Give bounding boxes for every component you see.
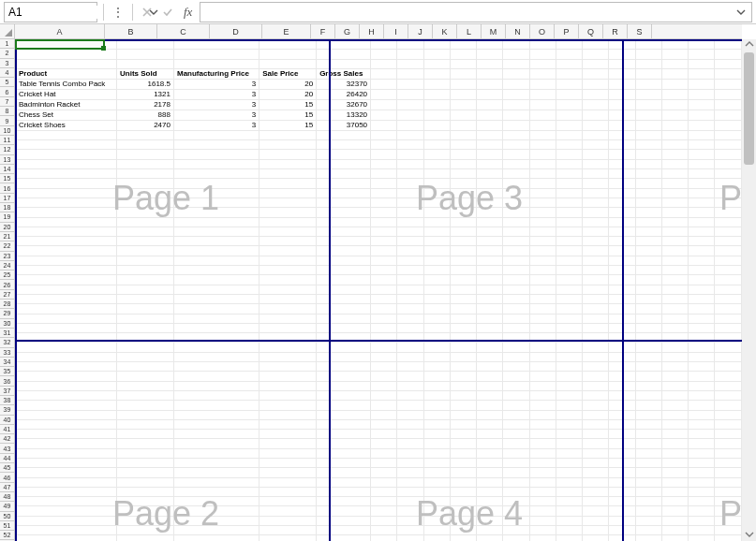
cell[interactable] bbox=[423, 506, 450, 516]
cell[interactable] bbox=[371, 266, 397, 275]
cell[interactable] bbox=[689, 130, 715, 139]
cell[interactable] bbox=[689, 430, 715, 439]
cell[interactable] bbox=[635, 343, 661, 352]
cell[interactable] bbox=[661, 217, 688, 227]
cell[interactable] bbox=[556, 130, 582, 139]
formula-expand-icon[interactable] bbox=[734, 3, 748, 22]
cell[interactable] bbox=[583, 237, 609, 246]
cell[interactable] bbox=[117, 266, 174, 275]
cell[interactable] bbox=[173, 237, 259, 246]
cell[interactable] bbox=[661, 304, 688, 314]
cell[interactable] bbox=[689, 197, 715, 207]
cell[interactable] bbox=[450, 401, 476, 410]
cell[interactable] bbox=[715, 448, 742, 458]
cell[interactable] bbox=[477, 40, 503, 50]
cell[interactable] bbox=[450, 343, 476, 352]
cell[interactable] bbox=[556, 304, 582, 314]
cell[interactable] bbox=[317, 40, 371, 50]
cell[interactable] bbox=[689, 59, 715, 68]
cell[interactable] bbox=[259, 468, 317, 477]
cell[interactable] bbox=[689, 294, 715, 303]
cell[interactable] bbox=[423, 159, 450, 168]
cell[interactable] bbox=[689, 516, 715, 525]
cell[interactable]: 37050 bbox=[317, 120, 371, 130]
cell[interactable] bbox=[397, 159, 423, 168]
cell[interactable] bbox=[371, 89, 397, 99]
cell[interactable] bbox=[173, 159, 259, 168]
cell[interactable] bbox=[477, 197, 503, 207]
row-header[interactable]: 23 bbox=[0, 252, 14, 261]
cell[interactable] bbox=[583, 516, 609, 525]
row-header[interactable]: 11 bbox=[0, 136, 14, 145]
cell[interactable] bbox=[16, 390, 117, 400]
cell[interactable] bbox=[503, 304, 529, 314]
cell[interactable] bbox=[397, 40, 423, 50]
cell[interactable] bbox=[529, 150, 556, 159]
cell[interactable] bbox=[317, 208, 371, 217]
cell[interactable] bbox=[423, 179, 450, 188]
cell[interactable] bbox=[117, 275, 174, 285]
cell[interactable] bbox=[259, 285, 317, 294]
row-header[interactable]: 16 bbox=[0, 183, 14, 193]
cell[interactable] bbox=[661, 390, 688, 400]
cell[interactable] bbox=[423, 314, 450, 323]
cell[interactable] bbox=[477, 506, 503, 516]
cell[interactable] bbox=[397, 526, 423, 535]
cell[interactable] bbox=[503, 419, 529, 429]
cell[interactable] bbox=[317, 430, 371, 439]
cell[interactable] bbox=[583, 50, 609, 59]
cell[interactable] bbox=[117, 487, 174, 496]
cell[interactable] bbox=[423, 208, 450, 217]
row-header[interactable]: 28 bbox=[0, 300, 14, 309]
cell[interactable] bbox=[173, 188, 259, 197]
cell[interactable] bbox=[317, 506, 371, 516]
row-header[interactable]: 50 bbox=[0, 512, 14, 521]
cell[interactable] bbox=[397, 110, 423, 120]
cell[interactable] bbox=[529, 352, 556, 361]
cell[interactable] bbox=[503, 372, 529, 381]
cell[interactable] bbox=[529, 343, 556, 352]
cell[interactable] bbox=[371, 362, 397, 372]
cell[interactable] bbox=[117, 169, 174, 179]
cell[interactable] bbox=[529, 227, 556, 236]
row-header[interactable]: 2 bbox=[0, 49, 14, 58]
cell[interactable] bbox=[661, 468, 688, 477]
cell[interactable] bbox=[317, 50, 371, 59]
cell[interactable] bbox=[661, 208, 688, 217]
cell[interactable] bbox=[477, 89, 503, 99]
cell[interactable] bbox=[503, 362, 529, 372]
column-header[interactable]: G bbox=[335, 24, 360, 38]
cell[interactable] bbox=[317, 217, 371, 227]
cell[interactable] bbox=[529, 419, 556, 429]
cell[interactable] bbox=[371, 59, 397, 68]
cell[interactable] bbox=[397, 419, 423, 429]
cell[interactable] bbox=[715, 352, 742, 361]
cell[interactable] bbox=[259, 487, 317, 496]
cell[interactable] bbox=[635, 256, 661, 265]
cell[interactable] bbox=[317, 381, 371, 390]
cell[interactable] bbox=[173, 314, 259, 323]
cell[interactable] bbox=[635, 150, 661, 159]
cell[interactable] bbox=[556, 256, 582, 265]
cell[interactable] bbox=[259, 159, 317, 168]
cell[interactable] bbox=[583, 477, 609, 487]
cell[interactable] bbox=[259, 179, 317, 188]
cell[interactable] bbox=[117, 179, 174, 188]
cell[interactable] bbox=[583, 68, 609, 79]
cell[interactable] bbox=[397, 439, 423, 448]
cell[interactable] bbox=[477, 343, 503, 352]
cell[interactable] bbox=[689, 79, 715, 89]
grid[interactable]: ProductUnits SoldManufacturing PriceSale… bbox=[15, 39, 742, 541]
row-header[interactable]: 29 bbox=[0, 309, 14, 318]
cell[interactable] bbox=[689, 40, 715, 50]
cell[interactable] bbox=[173, 419, 259, 429]
cell[interactable] bbox=[635, 439, 661, 448]
cell[interactable] bbox=[635, 372, 661, 381]
cell[interactable] bbox=[173, 130, 259, 139]
cell[interactable] bbox=[529, 535, 556, 541]
cell[interactable] bbox=[635, 477, 661, 487]
cell[interactable] bbox=[661, 59, 688, 68]
cell[interactable] bbox=[16, 50, 117, 59]
row-header[interactable]: 40 bbox=[0, 416, 14, 425]
cell[interactable] bbox=[556, 179, 582, 188]
